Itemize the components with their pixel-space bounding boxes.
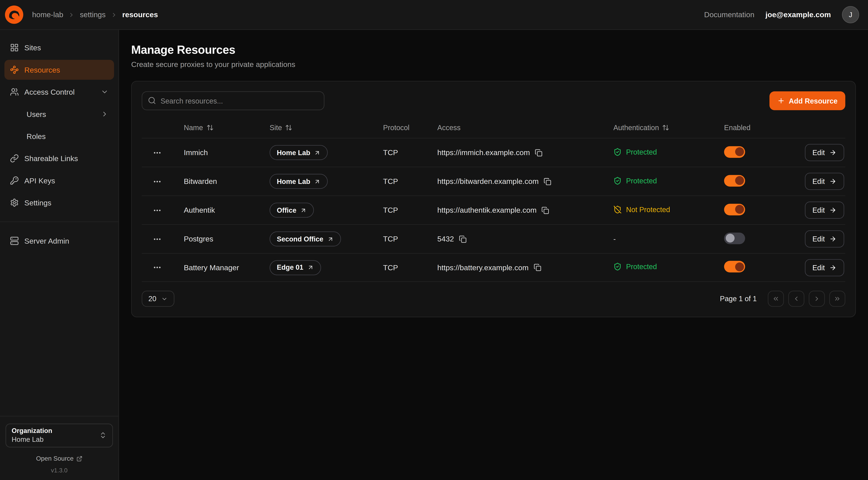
sidebar-item-resources[interactable]: Resources xyxy=(4,60,114,80)
sidebar-item-api-keys[interactable]: API Keys xyxy=(4,171,114,190)
auth-label: Protected xyxy=(626,148,657,156)
page-size-select[interactable]: 20 xyxy=(142,291,175,307)
copy-button[interactable] xyxy=(541,206,549,214)
edit-button[interactable]: Edit xyxy=(805,202,844,219)
open-source-link[interactable]: Open Source xyxy=(6,455,113,462)
enabled-toggle[interactable] xyxy=(724,261,745,272)
site-pill-label: Home Lab xyxy=(277,178,310,185)
enabled-toggle[interactable] xyxy=(724,175,745,186)
sidebar-item-shareable-links[interactable]: Shareable Links xyxy=(4,148,114,168)
arrow-right-icon xyxy=(829,235,837,243)
protocol-value: TCP xyxy=(383,263,437,272)
version-label: v1.3.0 xyxy=(6,467,113,474)
arrow-up-right-icon xyxy=(314,149,321,156)
copy-button[interactable] xyxy=(459,235,467,243)
breadcrumb-settings[interactable]: settings xyxy=(80,10,105,19)
chevrons-right-icon xyxy=(834,295,841,302)
site-link[interactable]: Home Lab xyxy=(270,174,328,189)
chevrons-left-icon xyxy=(772,295,779,302)
site-pill-label: Home Lab xyxy=(277,149,310,156)
organization-selector[interactable]: Organization Home Lab xyxy=(6,423,113,447)
copy-button[interactable] xyxy=(535,149,542,156)
copy-icon xyxy=(534,264,541,271)
table-body: Immich Home Lab TCP https://immich.examp… xyxy=(142,138,845,282)
chevron-right-icon xyxy=(111,11,117,18)
edit-button[interactable]: Edit xyxy=(805,231,844,248)
protocol-value: TCP xyxy=(383,235,437,243)
waypoints-icon xyxy=(10,65,19,74)
sidebar-item-label: Shareable Links xyxy=(24,154,78,162)
shield-check-icon xyxy=(613,263,622,271)
header-site[interactable]: Site xyxy=(270,123,383,131)
site-link[interactable]: Edge 01 xyxy=(270,260,321,275)
add-resource-button[interactable]: Add Resource xyxy=(769,91,845,110)
site-link[interactable]: Second Office xyxy=(270,232,341,246)
site-pill-label: Office xyxy=(277,206,297,214)
chevron-left-icon xyxy=(793,295,800,302)
access-value: 5432 xyxy=(437,235,454,243)
enabled-toggle[interactable] xyxy=(724,204,745,215)
search-input[interactable] xyxy=(142,91,324,110)
table-header-row: Name Site Protocol Access Authentication xyxy=(142,117,845,138)
copy-button[interactable] xyxy=(544,178,552,185)
page-title: Manage Resources xyxy=(131,43,856,57)
row-menu-button[interactable] xyxy=(150,202,165,218)
sidebar-item-sites[interactable]: Sites xyxy=(4,38,114,58)
table-row: Postgres Second Office TCP 5432 - xyxy=(142,224,845,253)
enabled-toggle[interactable] xyxy=(724,146,745,157)
topbar-right: Documentation joe@example.com J xyxy=(704,6,859,23)
avatar[interactable]: J xyxy=(842,6,859,23)
enabled-toggle[interactable] xyxy=(724,232,745,244)
header-enabled: Enabled xyxy=(724,123,786,131)
auth-status: Protected xyxy=(613,263,657,271)
site-link[interactable]: Home Lab xyxy=(270,145,328,160)
resource-name: Authentik xyxy=(173,206,270,214)
breadcrumb-current[interactable]: resources xyxy=(122,10,158,19)
user-email[interactable]: joe@example.com xyxy=(766,10,831,19)
edit-button[interactable]: Edit xyxy=(805,144,844,161)
sort-icon xyxy=(206,124,214,131)
resource-name: Bitwarden xyxy=(173,177,270,185)
sidebar-item-label: API Keys xyxy=(24,176,55,185)
sidebar-item-users[interactable]: Users xyxy=(4,104,114,124)
row-menu-button[interactable] xyxy=(150,231,165,247)
row-menu-button[interactable] xyxy=(150,145,165,160)
ellipsis-icon xyxy=(153,148,162,157)
edit-button[interactable]: Edit xyxy=(805,173,844,190)
pangolin-logo-icon[interactable] xyxy=(4,5,24,24)
next-page-button[interactable] xyxy=(809,291,825,307)
arrow-right-icon xyxy=(829,264,837,271)
sort-icon xyxy=(285,124,292,131)
site-link[interactable]: Office xyxy=(270,203,314,218)
protocol-value: TCP xyxy=(383,148,437,157)
access-value: https://immich.example.com xyxy=(437,148,530,157)
edit-button-label: Edit xyxy=(812,177,825,185)
row-menu-button[interactable] xyxy=(150,260,165,275)
header-authentication[interactable]: Authentication xyxy=(613,123,724,131)
previous-page-button[interactable] xyxy=(788,291,804,307)
row-menu-button[interactable] xyxy=(150,174,165,189)
auth-label: Protected xyxy=(626,263,657,271)
last-page-button[interactable] xyxy=(829,291,845,307)
topbar: home-lab settings resources Documentatio… xyxy=(0,0,868,30)
page-subtitle: Create secure proxies to your private ap… xyxy=(131,60,856,69)
copy-button[interactable] xyxy=(534,264,541,271)
edit-button[interactable]: Edit xyxy=(805,259,844,276)
organization-value: Home Lab xyxy=(11,436,52,444)
auth-status: - xyxy=(613,235,616,243)
sidebar-item-roles[interactable]: Roles xyxy=(4,126,114,146)
auth-status: Not Protected xyxy=(613,205,670,213)
chevrons-up-down-icon xyxy=(99,431,107,439)
breadcrumb-org[interactable]: home-lab xyxy=(32,10,63,19)
copy-icon xyxy=(541,206,549,214)
sidebar-item-settings[interactable]: Settings xyxy=(4,193,114,213)
auth-label: - xyxy=(613,235,616,243)
header-name[interactable]: Name xyxy=(173,123,270,131)
table-row: Immich Home Lab TCP https://immich.examp… xyxy=(142,138,845,167)
sidebar-item-server-admin[interactable]: Server Admin xyxy=(4,231,114,251)
documentation-link[interactable]: Documentation xyxy=(704,10,754,19)
header-protocol: Protocol xyxy=(383,123,437,131)
first-page-button[interactable] xyxy=(768,291,784,307)
chevron-right-icon xyxy=(813,295,820,302)
sidebar-item-access-control[interactable]: Access Control xyxy=(4,82,114,102)
